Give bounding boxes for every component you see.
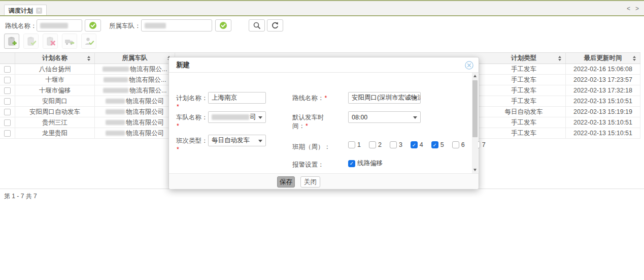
search-button[interactable] [249,19,265,32]
edit-plan-button[interactable] [23,34,39,49]
dialog-scrollbar[interactable] [472,73,478,173]
tab-close-icon[interactable]: ✕ [36,8,42,14]
plan-name-cell: 十堰市 [15,75,95,85]
week-4-checkbox[interactable] [411,141,418,148]
updated-cell: 2022-02-13 15:10:51 [566,96,640,106]
updated-cell: 2022-02-16 15:06:08 [566,64,640,74]
header-plan-type[interactable]: 计划类型 [482,53,566,64]
tab-bar: 调度计划 ✕ < > [0,1,644,15]
updated-cell: 2022-02-13 15:19:19 [566,107,640,117]
row-checkbox[interactable] [4,77,11,83]
week-schedule-label: 班期（周）： [292,143,330,151]
fleet-cell: 物流有限公司 [95,96,175,106]
row-checkbox[interactable] [4,130,11,137]
assign-driver-button[interactable] [81,34,96,49]
row-checkbox[interactable] [4,87,11,94]
fleet-cell: 物流有限公司 [95,128,175,138]
row-checkbox[interactable] [4,109,11,115]
plan-name-cell: 八仙台扬州 [15,64,95,74]
scroll-up-icon[interactable] [472,73,478,79]
fleet-label: 所属车队： [109,22,141,30]
shift-type-field-select[interactable]: 每日自动发车 [208,135,266,146]
search-icon [253,21,261,29]
plan-type-cell: 手工发车 [482,75,566,85]
dispatch-plan-screen: 调度计划 ✕ < > 路线名称： 所属车队： [0,0,644,280]
tab-scroll-left-icon[interactable]: < [627,5,630,12]
updated-cell: 2022-02-13 17:23:57 [566,75,640,85]
tab-bar-underline [0,15,644,16]
row-checkbox[interactable] [4,66,11,73]
week-1-checkbox[interactable] [348,141,355,148]
scroll-down-icon[interactable] [472,167,478,173]
header-plan-name[interactable]: 计划名称 [15,53,95,64]
scrollbar-thumb[interactable] [472,80,478,137]
row-checkbox[interactable] [4,98,11,105]
route-name-field-label: 路线名称：* [292,94,331,103]
close-button[interactable]: 关闭 [300,176,320,188]
chevron-down-icon [413,97,417,100]
week-2-checkbox[interactable] [369,141,376,148]
row-checkbox[interactable] [4,119,11,126]
refresh-icon [271,21,279,29]
header-fleet[interactable]: 所属车队 [95,53,175,64]
tab-dispatch-plan[interactable]: 调度计划 ✕ [4,5,47,16]
route-name-field-select[interactable]: 安阳周口(深圳市宏诚物流有 [348,92,421,104]
chevron-down-icon [413,116,417,119]
new-plan-dialog: 新建 计划名称：* 上海南京 路线名称：* 安阳周口(深圳市宏诚物流有 车队名称… [168,57,479,189]
default-time-field-select[interactable]: 08:00 [348,111,421,123]
add-plan-icon [7,36,17,47]
dialog-footer: 保存 关闭 [169,173,479,189]
add-plan-button[interactable] [4,34,19,49]
fleet-select-confirm-button[interactable] [215,19,231,32]
route-name-input[interactable] [37,19,82,32]
dialog-body: 计划名称：* 上海南京 路线名称：* 安阳周口(深圳市宏诚物流有 车队名称：* … [169,73,479,173]
week-5-checkbox[interactable] [431,141,438,148]
redacted-route-value [40,23,68,28]
header-last-updated[interactable]: 最后更新时间 [566,53,640,64]
shift-type-field-label: 班次类型：* [176,137,209,154]
redacted-fleet-value [145,23,166,28]
dialog-title: 新建 [176,60,190,70]
plan-type-cell: 手工发车 [482,64,566,74]
header-select-column [0,53,15,64]
tab-title: 调度计划 [9,7,33,15]
plan-type-cell: 手工发车 [482,85,566,96]
fleet-name-field-select[interactable]: 司 [208,111,266,123]
fleet-cell: 物流有限公... [95,75,175,85]
edit-plan-icon [26,36,37,47]
sort-icon[interactable] [633,56,636,61]
alarm-checkbox-row: 线路偏移 [348,159,388,168]
dialog-close-icon[interactable] [465,61,473,70]
refresh-button[interactable] [267,19,283,32]
week-6-checkbox[interactable] [452,141,459,148]
route-deviation-checkbox[interactable] [348,160,355,167]
updated-cell: 2022-02-13 17:32:18 [566,85,640,96]
fleet-input[interactable] [141,19,212,32]
green-check-circle-icon [219,21,227,29]
chevron-down-icon [258,140,262,142]
fleet-cell: 物流有限公司 [95,107,175,117]
week-schedule-checkbox-group: 1 2 3 4 5 6 7 [348,141,491,148]
updated-cell: 2022-02-13 15:10:51 [566,117,640,128]
tab-scroll-right-icon[interactable]: > [635,5,639,12]
plan-type-cell: 手工发车 [482,117,566,128]
dialog-header[interactable]: 新建 [169,57,479,73]
plan-name-cell: 十堰市偏移 [15,85,95,96]
sort-icon[interactable] [87,56,91,61]
assign-driver-icon [84,36,94,47]
route-select-confirm-button[interactable] [85,19,101,32]
default-time-field-label: 默认发车时间：* [292,113,332,131]
plan-name-field-input[interactable]: 上海南京 [208,92,266,104]
tab-scroll-nav: < > [627,5,639,12]
fleet-cell: 物流有限公... [95,64,175,74]
dispatch-vehicle-button[interactable] [62,34,77,49]
save-button[interactable]: 保存 [277,176,295,188]
chevron-down-icon [258,116,262,119]
delete-plan-icon [45,36,56,47]
fleet-name-field-label: 车队名称：* [176,113,209,131]
week-3-checkbox[interactable] [390,141,397,148]
delete-plan-button[interactable] [43,34,58,49]
plan-type-cell: 每日自动发车 [482,107,566,117]
sort-icon[interactable] [558,56,562,61]
fleet-cell: 物流有限公司 [95,117,175,128]
